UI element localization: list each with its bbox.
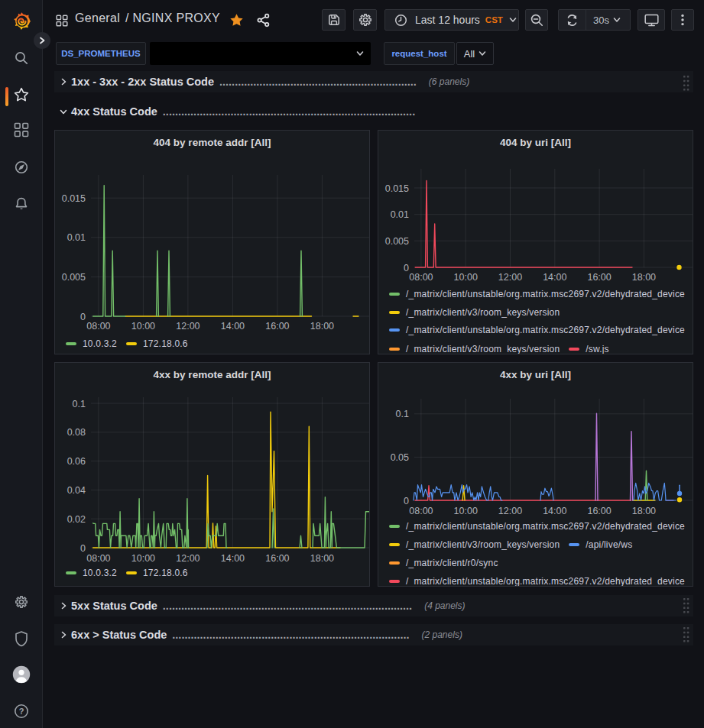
svg-text:0.1: 0.1 <box>396 409 409 419</box>
svg-text:0.01: 0.01 <box>391 209 409 220</box>
svg-text:0: 0 <box>80 312 86 322</box>
svg-text:12:00: 12:00 <box>176 553 200 564</box>
svg-text:18:00: 18:00 <box>632 506 656 516</box>
svg-text:18:00: 18:00 <box>310 321 334 332</box>
svg-text:0.005: 0.005 <box>62 272 86 283</box>
svg-text:0: 0 <box>404 496 409 506</box>
svg-text:14:00: 14:00 <box>221 321 245 332</box>
svg-text:0.1: 0.1 <box>73 399 86 409</box>
svg-text:08:00: 08:00 <box>409 272 433 283</box>
svg-text:0.04: 0.04 <box>67 485 86 496</box>
svg-text:16:00: 16:00 <box>265 553 289 564</box>
svg-text:18:00: 18:00 <box>632 272 656 283</box>
svg-text:0.005: 0.005 <box>385 236 409 247</box>
svg-text:10:00: 10:00 <box>454 506 478 516</box>
svg-text:16:00: 16:00 <box>587 506 611 516</box>
svg-text:10:00: 10:00 <box>454 272 478 283</box>
svg-text:14:00: 14:00 <box>221 553 245 564</box>
svg-text:08:00: 08:00 <box>86 553 110 564</box>
svg-text:14:00: 14:00 <box>543 506 566 516</box>
svg-text:0.02: 0.02 <box>67 514 86 525</box>
svg-text:14:00: 14:00 <box>543 272 566 283</box>
svg-text:0.015: 0.015 <box>385 183 409 194</box>
svg-text:10:00: 10:00 <box>131 553 155 564</box>
svg-text:0.01: 0.01 <box>67 232 86 243</box>
svg-text:12:00: 12:00 <box>176 321 200 332</box>
svg-text:08:00: 08:00 <box>409 506 433 516</box>
svg-text:0.015: 0.015 <box>62 193 86 204</box>
svg-text:12:00: 12:00 <box>498 272 522 283</box>
svg-text:16:00: 16:00 <box>587 272 611 283</box>
svg-text:0: 0 <box>404 263 409 273</box>
svg-text:18:00: 18:00 <box>310 553 334 564</box>
svg-text:?: ? <box>18 707 24 716</box>
svg-text:0.06: 0.06 <box>67 456 86 467</box>
svg-text:0: 0 <box>80 543 86 554</box>
svg-text:10:00: 10:00 <box>131 321 155 332</box>
svg-text:08:00: 08:00 <box>86 321 110 332</box>
svg-text:0.05: 0.05 <box>391 452 409 463</box>
svg-text:12:00: 12:00 <box>498 506 522 516</box>
svg-text:0.08: 0.08 <box>67 427 86 438</box>
svg-text:16:00: 16:00 <box>265 321 289 332</box>
